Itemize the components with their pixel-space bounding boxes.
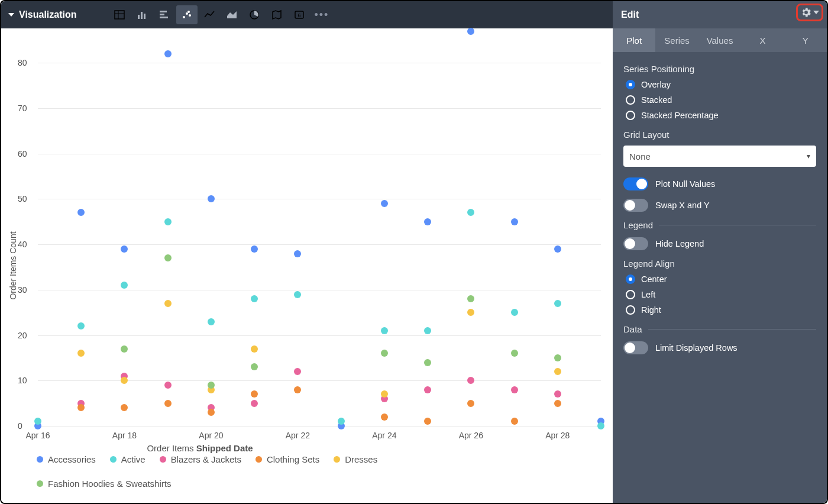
viz-type-map[interactable] <box>266 5 287 24</box>
grid-layout-select[interactable]: None ▾ <box>623 146 816 167</box>
data-point[interactable] <box>424 327 431 334</box>
swap-xy-toggle[interactable] <box>623 199 648 212</box>
data-point[interactable] <box>164 254 172 261</box>
data-point[interactable] <box>208 382 215 389</box>
data-point[interactable] <box>208 318 215 325</box>
data-point[interactable] <box>77 350 85 357</box>
data-point[interactable] <box>77 322 85 329</box>
data-point[interactable] <box>554 368 561 375</box>
data-point[interactable] <box>424 359 431 366</box>
data-point[interactable] <box>511 218 518 225</box>
data-point[interactable] <box>467 377 474 384</box>
viz-type-pie[interactable] <box>244 5 265 24</box>
hide-legend-toggle[interactable] <box>623 237 648 250</box>
data-point[interactable] <box>381 413 388 421</box>
data-point[interactable] <box>251 363 258 370</box>
data-point[interactable] <box>554 354 561 361</box>
data-point[interactable] <box>121 404 128 411</box>
select-caret-icon: ▾ <box>807 152 810 160</box>
x-tick: Apr 28 <box>545 431 570 440</box>
data-point[interactable] <box>164 50 172 57</box>
legend-align-option-center[interactable]: Center <box>626 274 816 284</box>
data-point[interactable] <box>381 390 388 398</box>
legend-align-option-left[interactable]: Left <box>626 290 816 299</box>
data-point[interactable] <box>251 345 258 353</box>
data-point[interactable] <box>467 309 474 316</box>
data-point[interactable] <box>121 245 128 253</box>
data-point[interactable] <box>511 350 518 357</box>
data-point[interactable] <box>251 390 258 398</box>
legend-item[interactable]: Fashion Hoodies & Sweatshirts <box>37 479 171 489</box>
data-point[interactable] <box>511 309 518 316</box>
series-positioning-option-stacked-percentage[interactable]: Stacked Percentage <box>626 111 816 120</box>
data-point[interactable] <box>381 350 388 357</box>
series-positioning-label: Series Positioning <box>623 64 816 74</box>
viz-type-area[interactable] <box>221 5 242 24</box>
limit-rows-toggle[interactable] <box>623 341 648 354</box>
data-point[interactable] <box>77 209 85 216</box>
data-point[interactable] <box>121 377 128 384</box>
data-point[interactable] <box>554 245 561 253</box>
viz-type-single[interactable]: 6 <box>289 5 310 24</box>
data-point[interactable] <box>511 418 518 425</box>
chart-legend: AccessoriesActiveBlazers & JacketsClothi… <box>37 454 388 489</box>
data-point[interactable] <box>208 409 215 416</box>
legend-item[interactable]: Dresses <box>334 454 377 464</box>
data-point[interactable] <box>467 28 474 35</box>
radio-icon <box>626 95 635 105</box>
data-point[interactable] <box>251 245 258 253</box>
data-point[interactable] <box>34 418 41 425</box>
data-point[interactable] <box>381 327 388 334</box>
data-point[interactable] <box>294 386 301 393</box>
series-positioning-option-overlay[interactable]: Overlay <box>626 80 816 89</box>
data-point[interactable] <box>77 404 85 411</box>
data-point[interactable] <box>554 400 561 407</box>
tab-x[interactable]: X <box>741 28 784 52</box>
data-point[interactable] <box>467 209 474 216</box>
data-point[interactable] <box>597 422 604 429</box>
visualization-title[interactable]: Visualization <box>8 9 77 20</box>
data-point[interactable] <box>467 400 474 407</box>
data-point[interactable] <box>338 418 345 425</box>
settings-gear-button[interactable] <box>796 4 823 21</box>
data-point[interactable] <box>554 300 561 307</box>
viz-type-scatter[interactable] <box>176 5 198 24</box>
data-point[interactable] <box>424 218 431 225</box>
viz-type-table[interactable] <box>109 5 130 24</box>
data-point[interactable] <box>381 200 388 207</box>
data-point[interactable] <box>467 295 474 302</box>
plot-null-toggle[interactable] <box>623 177 648 190</box>
data-point[interactable] <box>164 300 172 307</box>
data-point[interactable] <box>294 250 301 257</box>
data-point[interactable] <box>208 195 215 202</box>
data-point[interactable] <box>251 400 258 407</box>
tab-plot[interactable]: Plot <box>613 28 655 52</box>
data-point[interactable] <box>164 218 172 225</box>
data-point[interactable] <box>424 418 431 425</box>
data-point[interactable] <box>164 400 172 407</box>
data-point[interactable] <box>424 386 431 393</box>
viz-type-bar[interactable] <box>154 5 175 24</box>
series-positioning-option-stacked[interactable]: Stacked <box>626 95 816 105</box>
data-point[interactable] <box>511 386 518 393</box>
data-point[interactable] <box>554 390 561 398</box>
legend-item[interactable]: Accessories <box>37 454 96 464</box>
data-point[interactable] <box>294 291 301 298</box>
legend-swatch <box>160 456 166 463</box>
legend-item[interactable]: Blazers & Jackets <box>160 454 241 464</box>
legend-item[interactable]: Clothing Sets <box>255 454 319 464</box>
viz-type-line[interactable] <box>199 5 220 24</box>
legend-item[interactable]: Active <box>110 454 145 464</box>
data-point[interactable] <box>121 282 128 289</box>
tab-series[interactable]: Series <box>655 28 698 52</box>
tab-y[interactable]: Y <box>784 28 827 52</box>
grid-line <box>38 335 601 336</box>
data-point[interactable] <box>251 295 258 302</box>
data-point[interactable] <box>164 382 172 389</box>
legend-align-option-right[interactable]: Right <box>626 305 816 315</box>
data-point[interactable] <box>294 368 301 375</box>
viz-type-column[interactable] <box>131 5 153 24</box>
data-point[interactable] <box>121 345 128 353</box>
tab-values[interactable]: Values <box>698 28 741 52</box>
more-icon[interactable]: ••• <box>315 9 329 21</box>
